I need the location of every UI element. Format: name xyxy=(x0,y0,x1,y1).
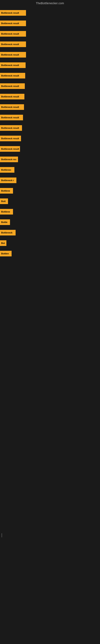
bar-label: Bottleneck r xyxy=(1,179,14,182)
bar-row: Bottlen xyxy=(0,248,100,259)
bottleneck-bar-19: Bott xyxy=(0,198,8,204)
bar-row: Bottleneck result xyxy=(0,102,100,112)
bottleneck-bar-9: Bottleneck result xyxy=(0,94,24,100)
bottleneck-bar-7: Bottleneck result xyxy=(0,73,25,78)
bar-row: Bottleneck result xyxy=(0,60,100,70)
bottleneck-bar-20: Bottlene xyxy=(0,209,13,214)
bottleneck-bar-21: Bottle xyxy=(0,219,10,225)
bar-label: Bot xyxy=(1,242,5,244)
bar-label: Bottleneck result xyxy=(1,127,19,129)
bar-row: Bottlene xyxy=(0,186,100,196)
bar-label: Bottlene xyxy=(1,190,10,192)
bar-row: Bottlene xyxy=(0,206,100,217)
bottleneck-bar-8: Bottleneck result xyxy=(0,83,25,89)
bottleneck-bar-17: Bottleneck r xyxy=(0,178,16,183)
bar-label: Bottleneck result xyxy=(1,74,19,77)
bar-row: Bot xyxy=(0,238,100,248)
bar-row: Bottleneck r xyxy=(0,175,100,186)
bar-row: Bottle xyxy=(0,217,100,228)
bar-row: Bottleneck result xyxy=(0,91,100,102)
bar-label: Bottleneck result xyxy=(1,12,19,14)
bar-row: Bottleneck result xyxy=(0,70,100,81)
bar-row: Bottleneck result xyxy=(0,144,100,154)
bar-label: Bottleneck result xyxy=(1,32,19,35)
bottleneck-bar-23: Bot xyxy=(0,240,6,246)
bar-label: Bottleneck result xyxy=(1,64,19,66)
bar-row: Bottleneck res xyxy=(0,154,100,164)
bottleneck-bar-2: Bottleneck result xyxy=(0,20,26,26)
bar-row: Bottleneck result xyxy=(0,50,100,60)
cursor-line xyxy=(1,533,2,537)
bottleneck-bar-10: Bottleneck result xyxy=(0,104,24,110)
bottleneck-bar-12: Bottleneck result xyxy=(0,125,22,131)
bar-label: Bott xyxy=(1,200,6,202)
bar-row: Bottleneck result xyxy=(0,28,100,39)
bar-label: Bottlen xyxy=(1,252,9,255)
bar-row: Bottleneck result xyxy=(0,18,100,28)
bar-label: Bottlene xyxy=(1,210,10,213)
bar-label: Bottlenec xyxy=(1,169,11,171)
bar-row: Bottleneck result xyxy=(0,39,100,50)
bar-row: Bottleneck result xyxy=(0,123,100,133)
bottleneck-bar-6: Bottleneck result xyxy=(0,62,26,68)
bar-label: Bottleneck result xyxy=(1,148,19,150)
bar-label: Bottleneck xyxy=(1,232,12,234)
bar-label: Bottleneck result xyxy=(1,54,19,56)
site-header: TheBottlenecker.com xyxy=(0,0,100,6)
bar-label: Bottleneck result xyxy=(1,22,19,24)
bar-label: Bottleneck result xyxy=(1,85,19,87)
bar-label: Bottleneck result xyxy=(1,106,19,108)
bar-label: Bottleneck result xyxy=(1,43,19,46)
bar-row: Bottlenec xyxy=(0,164,100,175)
bar-row: Bottleneck result xyxy=(0,133,100,144)
bottleneck-bar-11: Bottleneck result xyxy=(0,115,23,120)
bar-row: Bottleneck result xyxy=(0,81,100,91)
bottleneck-bar-5: Bottleneck result xyxy=(0,52,26,58)
bar-row: Bottleneck result xyxy=(0,112,100,123)
bottleneck-bar-14: Bottleneck result xyxy=(0,146,20,152)
bottleneck-bar-15: Bottleneck res xyxy=(0,156,18,162)
bottleneck-bar-22: Bottleneck xyxy=(0,230,16,236)
bar-label: Bottleneck result xyxy=(1,116,19,119)
bottleneck-bar-16: Bottlenec xyxy=(0,167,14,173)
bar-label: Bottleneck result xyxy=(1,96,19,98)
bottleneck-bar-4: Bottleneck result xyxy=(0,42,26,47)
bottleneck-bar-18: Bottlene xyxy=(0,188,13,194)
bar-label: Bottle xyxy=(1,221,7,224)
bottleneck-bar-24: Bottlen xyxy=(0,251,12,256)
bar-row: Bott xyxy=(0,196,100,206)
bottleneck-bar-13: Bottleneck result xyxy=(0,136,21,141)
bar-label: Bottleneck result xyxy=(1,137,19,140)
bars-container: Bottleneck resultBottleneck resultBottle… xyxy=(0,6,100,261)
bottleneck-bar-3: Bottleneck result xyxy=(0,31,26,37)
bottleneck-bar-1: Bottleneck result xyxy=(0,10,26,16)
bar-row: Bottleneck xyxy=(0,228,100,238)
bar-label: Bottleneck res xyxy=(1,158,16,160)
bar-row: Bottleneck result xyxy=(0,8,100,18)
